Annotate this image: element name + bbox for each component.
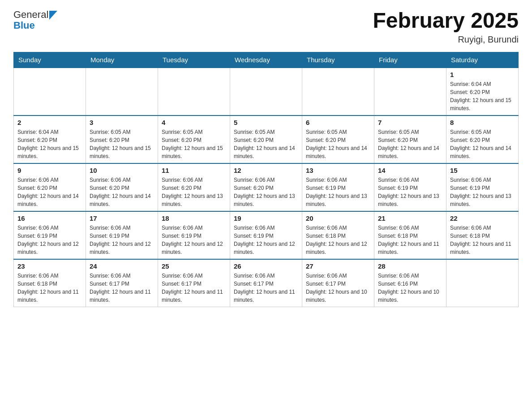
logo-general-text: General [13,9,48,21]
calendar-day-cell: 26Sunrise: 6:06 AMSunset: 6:17 PMDayligh… [230,259,302,307]
calendar-day-cell: 27Sunrise: 6:06 AMSunset: 6:17 PMDayligh… [302,259,374,307]
col-saturday: Saturday [446,52,519,68]
calendar-table: Sunday Monday Tuesday Wednesday Thursday… [13,52,519,307]
calendar-day-cell: 16Sunrise: 6:06 AMSunset: 6:19 PMDayligh… [14,211,86,259]
day-info: Sunrise: 6:05 AMSunset: 6:20 PMDaylight:… [378,128,442,160]
day-number: 28 [378,262,442,270]
col-thursday: Thursday [302,52,374,68]
day-info: Sunrise: 6:06 AMSunset: 6:18 PMDaylight:… [450,224,515,256]
day-info: Sunrise: 6:06 AMSunset: 6:17 PMDaylight:… [234,272,298,304]
day-info: Sunrise: 6:06 AMSunset: 6:17 PMDaylight:… [162,272,226,304]
day-number: 8 [450,119,515,126]
day-number: 1 [450,71,515,78]
logo-blue-text: Blue [13,20,57,31]
title-section: February 2025 Ruyigi, Burundi [373,9,519,45]
calendar-day-cell [230,68,302,116]
calendar-day-cell: 13Sunrise: 6:06 AMSunset: 6:19 PMDayligh… [302,163,374,211]
day-number: 15 [450,167,515,174]
day-number: 7 [378,119,442,126]
calendar-day-cell: 20Sunrise: 6:06 AMSunset: 6:18 PMDayligh… [302,211,374,259]
day-number: 24 [90,262,154,270]
day-number: 6 [306,119,370,126]
day-info: Sunrise: 6:06 AMSunset: 6:18 PMDaylight:… [17,272,82,304]
calendar-day-cell: 25Sunrise: 6:06 AMSunset: 6:17 PMDayligh… [158,259,230,307]
calendar-header-row: Sunday Monday Tuesday Wednesday Thursday… [14,52,519,68]
calendar-day-cell [374,68,446,116]
calendar-day-cell: 28Sunrise: 6:06 AMSunset: 6:16 PMDayligh… [374,259,446,307]
day-info: Sunrise: 6:04 AMSunset: 6:20 PMDaylight:… [450,80,515,112]
day-info: Sunrise: 6:06 AMSunset: 6:20 PMDaylight:… [17,176,82,208]
calendar-day-cell: 6Sunrise: 6:05 AMSunset: 6:20 PMDaylight… [302,116,374,163]
day-number: 12 [234,167,298,174]
calendar-day-cell: 9Sunrise: 6:06 AMSunset: 6:20 PMDaylight… [14,163,86,211]
calendar-day-cell: 21Sunrise: 6:06 AMSunset: 6:18 PMDayligh… [374,211,446,259]
day-number: 9 [17,167,82,174]
calendar-week-row: 2Sunrise: 6:04 AMSunset: 6:20 PMDaylight… [14,116,519,163]
calendar-day-cell: 24Sunrise: 6:06 AMSunset: 6:17 PMDayligh… [86,259,158,307]
day-info: Sunrise: 6:06 AMSunset: 6:20 PMDaylight:… [234,176,298,208]
day-info: Sunrise: 6:04 AMSunset: 6:20 PMDaylight:… [17,128,82,160]
day-info: Sunrise: 6:06 AMSunset: 6:19 PMDaylight:… [234,224,298,256]
col-friday: Friday [374,52,446,68]
col-tuesday: Tuesday [158,52,230,68]
calendar-day-cell [14,68,86,116]
day-info: Sunrise: 6:06 AMSunset: 6:17 PMDaylight:… [90,272,154,304]
calendar-day-cell: 3Sunrise: 6:05 AMSunset: 6:20 PMDaylight… [86,116,158,163]
calendar-day-cell: 22Sunrise: 6:06 AMSunset: 6:18 PMDayligh… [446,211,519,259]
day-info: Sunrise: 6:06 AMSunset: 6:19 PMDaylight:… [306,176,370,208]
day-number: 23 [17,262,82,270]
day-number: 16 [17,214,82,222]
calendar-day-cell: 4Sunrise: 6:05 AMSunset: 6:20 PMDaylight… [158,116,230,163]
day-number: 3 [90,119,154,126]
day-info: Sunrise: 6:05 AMSunset: 6:20 PMDaylight:… [450,128,515,160]
calendar-day-cell [302,68,374,116]
calendar-day-cell [158,68,230,116]
logo-triangle-icon [49,11,57,20]
calendar-day-cell: 5Sunrise: 6:05 AMSunset: 6:20 PMDaylight… [230,116,302,163]
day-number: 26 [234,262,298,270]
calendar-week-row: 1Sunrise: 6:04 AMSunset: 6:20 PMDaylight… [14,68,519,116]
day-number: 14 [378,167,442,174]
day-info: Sunrise: 6:05 AMSunset: 6:20 PMDaylight:… [306,128,370,160]
day-info: Sunrise: 6:06 AMSunset: 6:19 PMDaylight:… [17,224,82,256]
day-number: 19 [234,214,298,222]
day-info: Sunrise: 6:05 AMSunset: 6:20 PMDaylight:… [162,128,226,160]
calendar-day-cell: 12Sunrise: 6:06 AMSunset: 6:20 PMDayligh… [230,163,302,211]
calendar-day-cell: 10Sunrise: 6:06 AMSunset: 6:20 PMDayligh… [86,163,158,211]
page-header: General Blue February 2025 Ruyigi, Burun… [13,9,519,45]
calendar-day-cell: 17Sunrise: 6:06 AMSunset: 6:19 PMDayligh… [86,211,158,259]
day-number: 18 [162,214,226,222]
calendar-day-cell: 14Sunrise: 6:06 AMSunset: 6:19 PMDayligh… [374,163,446,211]
day-number: 27 [306,262,370,270]
day-info: Sunrise: 6:06 AMSunset: 6:19 PMDaylight:… [378,176,442,208]
day-number: 5 [234,119,298,126]
day-number: 21 [378,214,442,222]
day-number: 22 [450,214,515,222]
logo: General Blue [13,9,57,31]
col-monday: Monday [86,52,158,68]
day-info: Sunrise: 6:06 AMSunset: 6:17 PMDaylight:… [306,272,370,304]
calendar-day-cell: 11Sunrise: 6:06 AMSunset: 6:20 PMDayligh… [158,163,230,211]
day-info: Sunrise: 6:06 AMSunset: 6:20 PMDaylight:… [162,176,226,208]
day-number: 11 [162,167,226,174]
day-number: 10 [90,167,154,174]
calendar-day-cell: 15Sunrise: 6:06 AMSunset: 6:19 PMDayligh… [446,163,519,211]
location-text: Ruyigi, Burundi [373,34,519,45]
day-info: Sunrise: 6:06 AMSunset: 6:19 PMDaylight:… [450,176,515,208]
day-number: 25 [162,262,226,270]
calendar-day-cell [446,259,519,307]
day-info: Sunrise: 6:05 AMSunset: 6:20 PMDaylight:… [90,128,154,160]
day-number: 2 [17,119,82,126]
day-info: Sunrise: 6:06 AMSunset: 6:20 PMDaylight:… [90,176,154,208]
calendar-day-cell: 7Sunrise: 6:05 AMSunset: 6:20 PMDaylight… [374,116,446,163]
calendar-day-cell: 19Sunrise: 6:06 AMSunset: 6:19 PMDayligh… [230,211,302,259]
calendar-day-cell: 8Sunrise: 6:05 AMSunset: 6:20 PMDaylight… [446,116,519,163]
calendar-week-row: 23Sunrise: 6:06 AMSunset: 6:18 PMDayligh… [14,259,519,307]
col-wednesday: Wednesday [230,52,302,68]
calendar-week-row: 16Sunrise: 6:06 AMSunset: 6:19 PMDayligh… [14,211,519,259]
calendar-day-cell: 23Sunrise: 6:06 AMSunset: 6:18 PMDayligh… [14,259,86,307]
svg-marker-0 [49,11,57,20]
col-sunday: Sunday [14,52,86,68]
day-number: 13 [306,167,370,174]
calendar-day-cell: 18Sunrise: 6:06 AMSunset: 6:19 PMDayligh… [158,211,230,259]
